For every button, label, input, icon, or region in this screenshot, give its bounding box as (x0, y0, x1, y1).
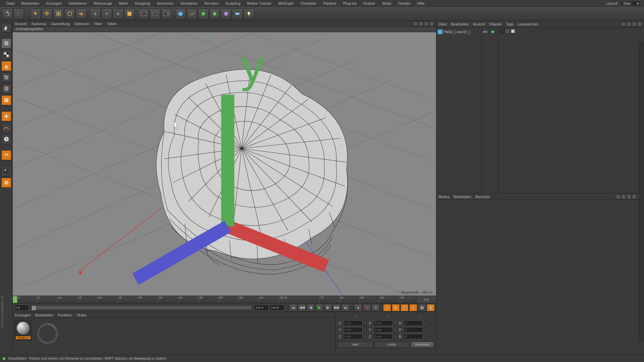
menu-octane[interactable]: Octane (360, 1, 378, 5)
tweak-mode-button[interactable] (1, 123, 11, 133)
side-tab-strip[interactable] (639, 42, 644, 342)
redo-button[interactable] (13, 8, 24, 19)
size-x-field[interactable]: 0 cm (373, 320, 393, 326)
pos-z-field[interactable]: 0 cm (343, 334, 363, 339)
menu-werkzeuge[interactable]: Werkzeuge (90, 1, 115, 5)
apply-button[interactable]: Anwenden (411, 342, 434, 348)
key-param-button[interactable]: P (409, 304, 417, 311)
axis-y-lock[interactable]: Y (101, 8, 112, 19)
last-tool[interactable] (76, 8, 87, 19)
menu-bearbeiten[interactable]: Bearbeiten (18, 1, 43, 5)
stepper-icon[interactable] (424, 327, 427, 333)
frame-start-field[interactable]: 0 B (14, 305, 29, 311)
mat-menu-textur[interactable]: Textur (77, 313, 87, 317)
point-mode-button[interactable] (1, 72, 11, 82)
menu-mograph[interactable]: MoGraph (275, 1, 297, 5)
add-deformer-button[interactable] (209, 8, 220, 19)
add-spline-button[interactable] (186, 8, 197, 19)
live-select-tool[interactable] (30, 8, 41, 19)
key-pos-button[interactable]: ✦ (383, 304, 391, 311)
am-menu-benutzer[interactable]: Benutzer (475, 195, 490, 199)
material-tag-icon[interactable] (511, 29, 515, 34)
vp-menu-kameras[interactable]: Kameras (32, 22, 46, 26)
goto-end-button[interactable]: ⏭ (341, 304, 350, 311)
stepper-icon[interactable] (424, 334, 427, 339)
frame-end-a-field[interactable]: 100 B (254, 305, 269, 311)
om-menu-datei[interactable]: Datei (438, 22, 447, 26)
viewport-solo-button[interactable] (1, 166, 11, 176)
menu-rendern[interactable]: Rendern (201, 1, 222, 5)
vp-menu-ansicht[interactable]: Ansicht (15, 22, 27, 26)
axis-z-lock[interactable]: Z (113, 8, 123, 19)
om-menu-tags[interactable]: Tags (506, 22, 514, 26)
uvw-tag-icon[interactable] (505, 29, 510, 34)
viewport-3d[interactable]: Rasterweite : 100 cm y (13, 32, 436, 296)
menu-charakter[interactable]: Charakter (297, 1, 320, 5)
scale-tool[interactable] (53, 8, 64, 19)
render-visibility-dot[interactable] (485, 31, 487, 33)
om-filter-icon[interactable] (632, 22, 637, 26)
rot-h-field[interactable]: 0 ° (404, 320, 423, 326)
menu-motiontracker[interactable]: Motion Tracker (244, 1, 275, 5)
am-menu-modus[interactable]: Modus (438, 195, 449, 199)
texture-mode-button[interactable] (1, 50, 11, 60)
om-menu-objekte[interactable]: Objekte (489, 22, 502, 26)
coord-space-select[interactable]: Welt (338, 342, 373, 348)
timeline-ruler[interactable]: 0 5 10 15 20 25 30 35 40 45 50 55 60 65 … (13, 296, 436, 303)
menu-skript[interactable]: Skript (378, 1, 394, 5)
autokey-button[interactable]: ● (363, 304, 371, 311)
key-pla-button[interactable]: ▦ (418, 304, 426, 311)
menu-erzeugen[interactable]: Erzeugen (43, 1, 65, 5)
vp-nav-move-icon[interactable] (413, 21, 418, 26)
locked-workplane-button[interactable] (1, 150, 11, 160)
menu-animieren[interactable]: Animieren (154, 1, 177, 5)
undo-button[interactable] (2, 8, 13, 19)
key-scale-button[interactable]: ◧ (392, 304, 400, 311)
mat-menu-erzeugen[interactable]: Erzeugen (15, 313, 31, 317)
menu-mesh[interactable]: Mesh (115, 1, 131, 5)
am-up-icon[interactable] (627, 194, 631, 199)
step-back-button[interactable]: ◀ (307, 304, 315, 311)
enable-dot[interactable] (491, 31, 494, 33)
object-tags-area[interactable] (498, 27, 644, 193)
add-camera-button[interactable] (232, 8, 243, 19)
menu-datei[interactable]: Datei (3, 1, 18, 5)
coord-system-button[interactable] (124, 8, 135, 19)
object-tree[interactable]: PM3D_Cube3D_1 (436, 27, 482, 193)
am-back-icon[interactable] (616, 194, 621, 199)
frame-end-b-field[interactable]: 100 B (270, 305, 284, 311)
vp-nav-zoom-icon[interactable] (419, 21, 423, 26)
menu-snapping[interactable]: Snapping (131, 1, 154, 5)
add-light-button[interactable] (244, 8, 254, 19)
vp-menu-tafeln[interactable]: Tafeln (107, 22, 117, 26)
stepper-icon[interactable] (364, 334, 367, 339)
render-view-button[interactable] (138, 8, 149, 19)
mat-menu-funktion[interactable]: Funktion (58, 313, 72, 317)
stepper-icon[interactable] (364, 320, 367, 326)
key-all-button[interactable]: ▮ (427, 304, 435, 311)
menu-fenster[interactable]: Fenster (394, 1, 414, 5)
add-generator-button[interactable] (198, 8, 209, 19)
add-cube-button[interactable] (175, 8, 186, 19)
menu-sculpting[interactable]: Sculpting (222, 1, 244, 5)
key-selection-button[interactable]: ◎ (372, 304, 380, 311)
record-key-button[interactable]: ● (354, 304, 362, 311)
rotate-tool[interactable] (64, 8, 75, 19)
play-button[interactable]: ▶ (315, 304, 323, 311)
model-mode-button[interactable] (1, 38, 11, 48)
am-lock-icon[interactable] (632, 194, 637, 199)
mat-menu-bearbeiten[interactable]: Bearbeiten (35, 313, 53, 317)
am-fwd-icon[interactable] (621, 194, 626, 199)
object-row[interactable]: PM3D_Cube3D_1 (438, 29, 480, 35)
rot-b-field[interactable]: 0 ° (404, 334, 423, 339)
vp-nav-toggle-icon[interactable] (429, 21, 434, 26)
coord-size-select[interactable]: Größe (374, 342, 410, 348)
menu-plugins[interactable]: Plug-ins (340, 1, 360, 5)
vp-menu-darstellung[interactable]: Darstellung (51, 22, 70, 26)
snap-button[interactable]: S (1, 134, 11, 144)
step-back-key-button[interactable]: ◀◀ (298, 304, 306, 311)
stepper-icon[interactable] (364, 327, 367, 333)
render-pv-button[interactable] (150, 8, 160, 19)
add-environment-button[interactable] (221, 8, 231, 19)
polygon-mode-button[interactable] (1, 95, 11, 105)
